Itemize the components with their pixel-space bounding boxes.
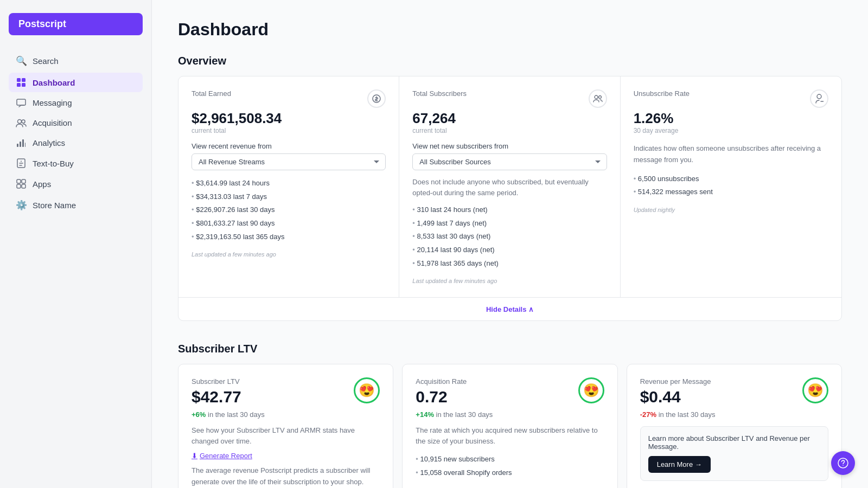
svg-rect-13 (17, 179, 21, 183)
total-earned-sub: current total (192, 127, 386, 134)
acq-value: 0.72 (416, 388, 467, 406)
hide-details-bar: Hide Details ∧ (178, 297, 841, 320)
rpm-box-text: Learn more about Subscriber LTV and Reve… (648, 434, 820, 451)
ltv-section-title: Subscriber LTV (178, 343, 842, 355)
sidebar: Postscript 🔍 Search Dashboard Messaging … (0, 0, 152, 488)
svg-rect-2 (17, 83, 21, 87)
download-icon: ⬇ (192, 452, 197, 460)
total-subscribers-value: 67,264 (412, 110, 607, 127)
svg-point-18 (595, 95, 598, 99)
ltv-card-header: Subscriber LTV $42.77 😍 (192, 377, 380, 406)
svg-rect-10 (25, 143, 25, 147)
acq-list: 10,915 new subscribers 15,058 overall Sh… (416, 453, 604, 479)
svg-rect-9 (22, 139, 24, 147)
svg-rect-7 (17, 144, 18, 147)
rpm-change-value: -27% (640, 410, 656, 419)
revenue-streams-dropdown[interactable]: All Revenue Streams SMS Email (192, 153, 386, 170)
nav: 🔍 Search Dashboard Messaging Acquisition (9, 50, 143, 217)
ltv-change-suffix: in the last 30 days (208, 410, 265, 419)
logo[interactable]: Postscript (9, 13, 143, 35)
svg-point-19 (598, 96, 601, 99)
rpm-value: $0.44 (640, 388, 711, 406)
subscriber-sources-dropdown[interactable]: All Subscriber Sources SMS Email (412, 153, 607, 170)
rpm-card-header: Revenue per Message $0.44 😍 (640, 377, 828, 406)
apps-icon (15, 179, 27, 189)
total-subscribers-sub: current total (412, 127, 607, 134)
main-content: Dashboard Overview Total Earned $2,961,5… (152, 0, 868, 488)
svg-point-12 (21, 161, 22, 162)
sidebar-item-label-messaging: Messaging (33, 98, 72, 107)
unsubscribe-value: 1.26% (634, 110, 828, 127)
sidebar-item-label-apps: Apps (33, 179, 51, 189)
svg-rect-3 (22, 83, 25, 87)
sidebar-item-apps[interactable]: Apps (9, 174, 143, 194)
ltv-card-acquisition-rate: Acquisition Rate 0.72 😍 +14% in the last… (402, 364, 617, 488)
sidebar-item-text-to-buy[interactable]: Text-to-Buy (9, 153, 143, 173)
total-earned-label: Total Earned (192, 89, 231, 98)
acq-emoji-icon: 😍 (578, 377, 604, 403)
store-name-icon: ⚙️ (15, 200, 27, 211)
subscribers-footer: Last updated a few minutes ago (412, 278, 607, 284)
svg-point-5 (18, 119, 22, 123)
svg-point-6 (22, 120, 25, 123)
unsubscribe-sub: 30 day average (634, 127, 828, 134)
acq-change: +14% in the last 30 days (416, 410, 604, 419)
unsubscribe-rate-card: Unsubscribe Rate 1.26% 30 day average In… (621, 76, 841, 297)
total-earned-list: $3,614.99 last 24 hours $34,313.03 last … (192, 177, 386, 243)
svg-rect-8 (20, 142, 21, 147)
ltv-emoji-icon: 😍 (354, 377, 380, 403)
ltv-card-revenue-per-message: Revenue per Message $0.44 😍 -27% in the … (627, 364, 842, 488)
acq-card-header: Acquisition Rate 0.72 😍 (416, 377, 604, 406)
rpm-learn-more-button[interactable]: Learn More → (648, 456, 711, 473)
sidebar-item-search[interactable]: 🔍 Search (9, 50, 143, 72)
ltv-card-subscriber-ltv: Subscriber LTV $42.77 😍 +6% in the last … (178, 364, 393, 488)
sidebar-item-dashboard[interactable]: Dashboard (9, 73, 143, 92)
sidebar-item-analytics[interactable]: Analytics (9, 133, 143, 152)
generate-report-link[interactable]: ⬇ Generate Report (192, 452, 380, 460)
subscribers-dropdown-label: View net new subscribers from (412, 142, 607, 150)
subscribers-note: Does not include anyone who subscribed, … (412, 177, 607, 198)
svg-rect-14 (22, 179, 25, 183)
sidebar-item-label-acquisition: Acquisition (33, 118, 72, 127)
rpm-change: -27% in the last 30 days (640, 410, 828, 419)
help-button[interactable] (831, 451, 855, 475)
hide-details-button[interactable]: Hide Details ∧ (486, 305, 534, 313)
acq-label: Acquisition Rate (416, 377, 467, 386)
sidebar-item-label-dashboard: Dashboard (33, 78, 75, 87)
overview-section-title: Overview (178, 55, 842, 67)
sidebar-item-label-analytics: Analytics (33, 138, 65, 147)
total-subscribers-label: Total Subscribers (412, 89, 467, 98)
ltv-desc: See how your Subscriber LTV and ARMR sta… (192, 425, 380, 446)
sidebar-item-messaging[interactable]: Messaging (9, 93, 143, 112)
ltv-change: +6% in the last 30 days (192, 410, 380, 419)
unsubscribe-label: Unsubscribe Rate (634, 89, 690, 98)
messaging-icon (15, 99, 27, 107)
ltv-value: $42.77 (192, 388, 241, 406)
ltv-cards: Subscriber LTV $42.77 😍 +6% in the last … (178, 364, 842, 488)
total-earned-footer: Last updated a few minutes ago (192, 251, 386, 258)
svg-rect-0 (17, 78, 21, 82)
sidebar-item-label-search: Search (33, 56, 59, 66)
total-subscribers-card: Total Subscribers 67,264 current total V… (399, 76, 620, 297)
ltv-sub-desc: The average revenue Postscript predicts … (192, 465, 380, 488)
subscribers-list: 310 last 24 hours (net) 1,499 last 7 day… (412, 203, 607, 270)
svg-rect-16 (22, 184, 25, 188)
dashboard-icon (15, 78, 27, 87)
acq-desc: The rate at which you acquired new subsc… (416, 425, 604, 446)
svg-point-22 (843, 465, 844, 466)
ltv-change-value: +6% (192, 410, 206, 419)
unsubscribe-list: 6,500 unsubscribes 514,322 messages sent (634, 172, 828, 199)
analytics-icon (15, 139, 27, 147)
sidebar-item-label-store-name: Store Name (33, 201, 76, 210)
svg-rect-15 (17, 184, 21, 188)
sidebar-item-label-text-to-buy: Text-to-Buy (33, 159, 74, 168)
dollar-icon (367, 89, 386, 108)
sidebar-item-store-name[interactable]: ⚙️ Store Name (9, 195, 143, 216)
total-earned-dropdown-label: View recent revenue from (192, 142, 386, 150)
acq-change-suffix: in the last 30 days (436, 410, 493, 419)
svg-rect-4 (17, 99, 25, 105)
rpm-emoji-icon: 😍 (802, 377, 828, 403)
search-icon: 🔍 (15, 55, 27, 67)
sidebar-item-acquisition[interactable]: Acquisition (9, 113, 143, 132)
total-earned-value: $2,961,508.34 (192, 110, 386, 127)
